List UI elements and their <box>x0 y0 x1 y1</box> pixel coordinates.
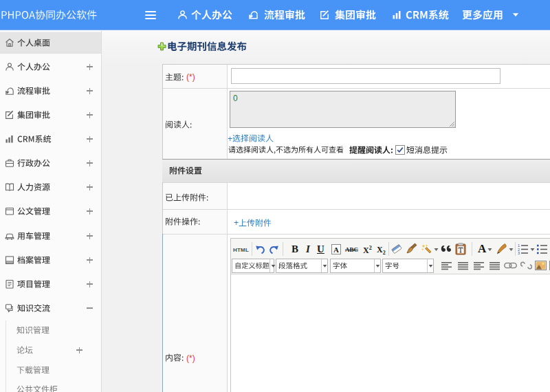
svg-text:3: 3 <box>518 251 520 254</box>
svg-text:A: A <box>333 246 339 254</box>
